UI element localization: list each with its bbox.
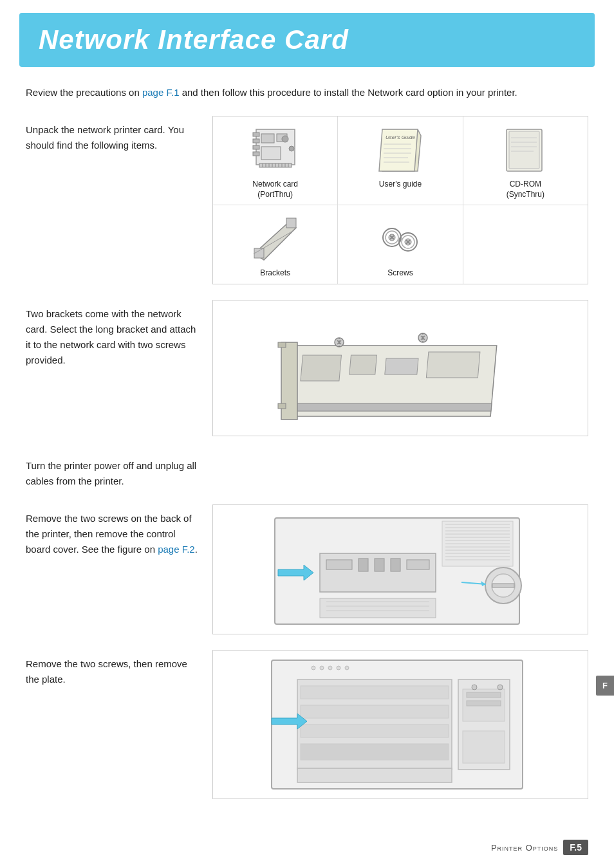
item-cd-rom-label: CD-ROM(SyncThru) [507, 180, 544, 199]
item-users-guide-label: User's guide [379, 180, 422, 190]
svg-rect-104 [301, 725, 449, 737]
section-brackets-visual [212, 300, 588, 436]
item-users-guide: User's Guide User's guide [338, 116, 463, 205]
item-screws-label: Screws [387, 268, 413, 279]
svg-rect-7 [261, 147, 281, 160]
side-tab: F [596, 676, 614, 696]
intro-text-before-link: Review the precautions on [26, 87, 142, 98]
section-power-off-text: Turn the printer power off and unplug al… [26, 452, 212, 489]
svg-rect-53 [285, 403, 492, 411]
printer-back-svg [262, 508, 539, 631]
svg-rect-105 [301, 744, 449, 760]
printer-text: P [491, 843, 498, 853]
page-number: F.5 [563, 840, 588, 855]
svg-text:User's Guide: User's Guide [386, 134, 416, 140]
ptions-text: ptions [533, 843, 559, 853]
item-brackets-label: Brackets [260, 268, 290, 279]
rinter-text: rinter [498, 843, 526, 853]
section-power-off: Turn the printer power off and unplug al… [26, 452, 588, 489]
section-remove-plate: Remove the two screws, then remove the p… [26, 650, 588, 799]
screws-icon [371, 213, 429, 264]
section-unpack-visual: Network card(PortThru) User's Guide [212, 116, 588, 284]
svg-point-112 [472, 685, 477, 690]
printer-front-svg [262, 654, 539, 795]
svg-rect-81 [358, 559, 368, 571]
svg-point-96 [312, 666, 315, 670]
svg-rect-4 [253, 152, 259, 156]
svg-rect-88 [492, 584, 514, 587]
section-remove-screws: Remove the two screws on the back of the… [26, 504, 588, 634]
svg-rect-111 [463, 731, 505, 763]
page-header: Network Interface Card [19, 13, 595, 67]
svg-rect-2 [253, 139, 259, 143]
svg-rect-50 [349, 355, 377, 374]
svg-rect-29 [509, 131, 539, 169]
options-text: O [526, 843, 533, 853]
svg-rect-51 [385, 358, 418, 374]
brackets-icon [247, 213, 304, 264]
svg-rect-63 [278, 342, 286, 347]
bracket-assembly-svg [262, 307, 539, 429]
users-guide-icon: User's Guide [371, 124, 429, 176]
users-guide-svg: User's Guide [376, 126, 424, 174]
cd-rom-svg [501, 126, 550, 174]
svg-point-97 [320, 666, 324, 670]
footer-label: Printer Options [491, 843, 558, 853]
network-card-svg [250, 126, 301, 174]
section-printer-front-visual [212, 650, 588, 799]
svg-rect-52 [426, 352, 479, 378]
svg-rect-84 [407, 560, 429, 569]
item-brackets: Brackets [213, 205, 338, 284]
network-card-icon [247, 124, 304, 176]
items-row-1: Network card(PortThru) User's Guide [213, 116, 588, 205]
svg-point-113 [498, 685, 503, 690]
section-unpack-text: Unpack the network printer card. You sho… [26, 116, 212, 153]
item-network-card-label: Network card(PortThru) [252, 180, 298, 199]
item-network-card: Network card(PortThru) [213, 116, 338, 205]
screws-svg [376, 215, 424, 263]
svg-rect-109 [467, 692, 501, 697]
svg-rect-103 [301, 705, 449, 718]
section-brackets: Two brackets come with the network card.… [26, 300, 588, 436]
svg-rect-102 [301, 686, 449, 699]
printer-back-diagram [212, 504, 588, 634]
intro-paragraph: Review the precautions on page F.1 and t… [26, 85, 588, 100]
section-brackets-text: Two brackets come with the network card.… [26, 300, 212, 368]
svg-rect-114 [297, 768, 452, 782]
svg-point-100 [345, 666, 349, 670]
svg-rect-36 [286, 218, 296, 228]
svg-rect-35 [254, 248, 264, 258]
items-row-2: Brackets [213, 205, 588, 284]
section-remove-screws-text: Remove the two screws on the back of the… [26, 504, 212, 557]
items-section: Network card(PortThru) User's Guide [212, 116, 588, 284]
section-unpack: Unpack the network printer card. You sho… [26, 116, 588, 284]
svg-rect-110 [467, 701, 501, 706]
svg-point-8 [282, 136, 288, 142]
svg-rect-3 [253, 145, 259, 149]
svg-rect-64 [278, 403, 286, 409]
section-printer-back-visual [212, 504, 588, 634]
svg-rect-49 [301, 355, 341, 381]
brackets-svg [251, 215, 299, 263]
item-cd-rom: CD-ROM(SyncThru) [463, 116, 588, 205]
svg-rect-80 [326, 560, 352, 569]
page-f2-link[interactable]: page F.2 [158, 544, 195, 555]
svg-point-99 [337, 666, 340, 670]
page-title: Network Interface Card [39, 24, 575, 55]
intro-link[interactable]: page F.1 [142, 87, 180, 98]
svg-rect-5 [261, 134, 274, 143]
bracket-diagram-box [212, 300, 588, 436]
cd-rom-icon [496, 124, 554, 176]
svg-point-98 [328, 666, 332, 670]
svg-rect-83 [391, 559, 400, 571]
item-screws: Screws [338, 205, 463, 284]
svg-rect-82 [375, 559, 384, 571]
printer-front-diagram [212, 650, 588, 799]
svg-point-9 [289, 146, 294, 151]
svg-rect-1 [253, 133, 259, 136]
section-remove-plate-text: Remove the two screws, then remove the p… [26, 650, 212, 687]
intro-text-after-link: and then follow this procedure to instal… [179, 87, 517, 98]
page-footer: Printer Options F.5 [491, 840, 588, 855]
